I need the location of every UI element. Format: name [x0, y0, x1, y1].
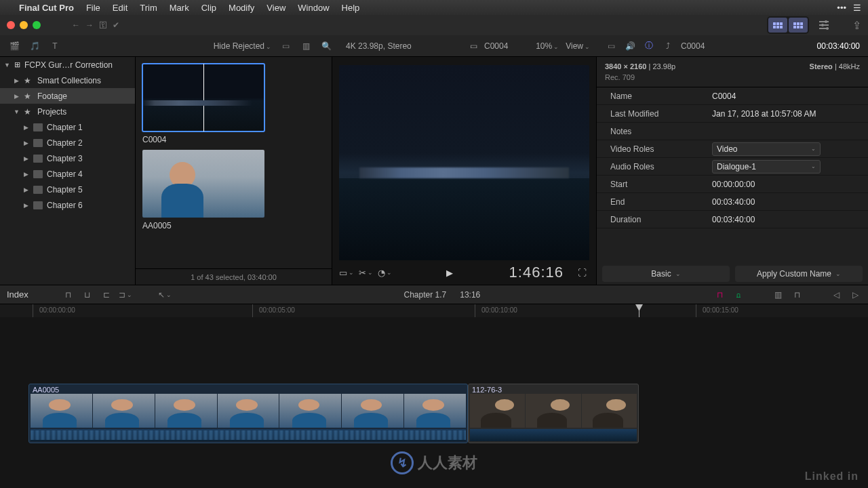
connect-clip-icon[interactable]: ⊓ — [62, 289, 75, 300]
inspector-row: NameC0004 — [597, 87, 868, 105]
play-button[interactable]: ▶ — [446, 268, 453, 278]
sidebar-item[interactable]: ▶Chapter 1 — [0, 119, 135, 135]
sidebar-item[interactable]: ▼★Projects — [0, 104, 135, 119]
audio-waveform — [470, 429, 637, 441]
inspector-value[interactable]: C0004 — [712, 92, 736, 101]
browser-status: 1 of 43 selected, 03:40:00 — [136, 268, 332, 285]
inspector-row: Last ModifiedJan 17, 2018 at 10:57:08 AM — [597, 105, 868, 123]
menu-edit[interactable]: Edit — [113, 3, 127, 13]
clip-label: 112-76-3 — [472, 386, 502, 394]
menu-window[interactable]: Window — [298, 3, 329, 13]
sidebar-item[interactable]: ▶Chapter 5 — [0, 182, 135, 197]
view-dropdown[interactable]: View⌄ — [566, 41, 590, 51]
ruler-tick: 00:00:15:00 — [703, 306, 738, 314]
solo-icon[interactable]: ▥ — [772, 289, 784, 300]
retime-dropdown[interactable]: ✂⌄ — [359, 266, 372, 279]
footer-logo: Linked in — [805, 470, 859, 483]
timeline-ruler[interactable]: 00:00:00:0000:00:05:0000:00:10:0000:00:1… — [0, 304, 868, 317]
close-window-button[interactable] — [7, 21, 15, 29]
menu-view[interactable]: View — [267, 3, 285, 13]
inspector-toggle-button[interactable] — [814, 18, 833, 33]
photos-tab-icon[interactable]: 🎵 — [28, 40, 41, 52]
skimming-icon[interactable]: ⊓ — [713, 289, 726, 300]
inspector-select[interactable]: Video⌄ — [712, 142, 821, 156]
filter-dropdown[interactable]: Hide Rejected⌄ — [214, 41, 271, 51]
inspector-select[interactable]: Dialogue-1⌄ — [712, 160, 821, 174]
inspector-share-icon[interactable]: ⤴ — [662, 40, 674, 52]
apply-custom-name-dropdown[interactable]: Apply Custom Name⌄ — [735, 266, 863, 282]
inspector-panel: 3840 × 2160 | 23.98p Stereo | 48kHz Rec.… — [597, 57, 868, 285]
project-name: Chapter 1.7 — [404, 290, 447, 300]
menu-modify[interactable]: Modify — [229, 3, 254, 13]
tool-select-dropdown[interactable]: ↖⌄ — [159, 289, 171, 300]
share-button[interactable]: ⇪ — [852, 19, 861, 32]
inspector-clip-duration: 00:03:40:00 — [817, 41, 860, 51]
sidebar-item[interactable]: ▶★Footage — [0, 88, 135, 104]
clip-appearance-icon[interactable]: ▭ — [279, 40, 292, 52]
titles-tab-icon[interactable]: T — [49, 40, 61, 52]
group-icon[interactable]: ▥ — [300, 40, 312, 52]
viewer-clip-icon: ▭ — [470, 41, 477, 51]
viewer-format-label: 4K 23.98p, Stereo — [346, 41, 412, 51]
inspector-row: Audio RolesDialogue-1⌄ — [597, 158, 868, 176]
sidebar-item-label: Smart Collections — [37, 76, 101, 85]
append-clip-icon[interactable]: ⊏ — [100, 289, 113, 300]
search-icon[interactable]: 🔍 — [320, 40, 332, 52]
overwrite-clip-icon[interactable]: ⊐⌄ — [119, 289, 132, 300]
menu-mark[interactable]: Mark — [170, 3, 189, 13]
sidebar-item[interactable]: ▶Chapter 2 — [0, 135, 135, 150]
library-tab-icon[interactable]: 🎬 — [8, 40, 20, 52]
browser-clip[interactable]: AA0005 — [142, 150, 264, 230]
clip-name: AA0005 — [142, 221, 264, 230]
back-button[interactable]: ← — [72, 20, 80, 30]
minimize-window-button[interactable] — [20, 21, 28, 29]
snapping-icon[interactable]: ⊓ — [791, 289, 803, 300]
zoom-dropdown[interactable]: 10%⌄ — [536, 41, 559, 51]
sidebar-item[interactable]: ▶Chapter 3 — [0, 150, 135, 166]
inspector-value: 00:00:00:00 — [712, 180, 755, 189]
inspector-row: Start00:00:00:00 — [597, 176, 868, 193]
menubar-list-icon[interactable]: ☰ — [853, 3, 861, 13]
enhance-dropdown[interactable]: ◔⌄ — [378, 266, 391, 279]
menubar: Final Cut Pro File Edit Trim Mark Clip M… — [0, 0, 868, 15]
inspector-header: 3840 × 2160 | 23.98p Stereo | 48kHz Rec.… — [597, 57, 868, 87]
timeline-history-back-icon[interactable]: ◁ — [830, 289, 842, 300]
toolbar: 🎬 🎵 T Hide Rejected⌄ ▭ ▥ 🔍 4K 23.98p, St… — [0, 35, 868, 57]
fullscreen-window-button[interactable] — [33, 21, 41, 29]
app-name[interactable]: Final Cut Pro — [19, 3, 74, 13]
timeline-history-fwd-icon[interactable]: ▷ — [849, 289, 861, 300]
insert-clip-icon[interactable]: ⊔ — [81, 289, 94, 300]
browser-clip[interactable]: C0004 — [142, 64, 264, 144]
workspace-gallery-button[interactable] — [768, 18, 787, 33]
forward-button[interactable]: → — [85, 20, 94, 30]
checkmark-icon[interactable]: ✔ — [113, 20, 119, 30]
metadata-view-dropdown[interactable]: Basic⌄ — [602, 266, 730, 282]
index-button[interactable]: Index — [7, 289, 28, 300]
timeline-clip[interactable]: AA0005 — [28, 384, 468, 443]
library-sidebar: ▼ ⊞ FCPX Gur…r Correction ▶★Smart Collec… — [0, 57, 136, 285]
inspector-audio-icon[interactable]: 🔊 — [624, 40, 636, 52]
fullscreen-icon[interactable]: ⛶ — [576, 266, 588, 279]
menu-file[interactable]: File — [86, 3, 100, 13]
menu-trim[interactable]: Trim — [140, 3, 157, 13]
menu-help[interactable]: Help — [342, 3, 360, 13]
audio-skimming-icon[interactable]: ⩍ — [732, 289, 745, 300]
menu-clip[interactable]: Clip — [201, 3, 216, 13]
sidebar-item[interactable]: ▶Chapter 4 — [0, 166, 135, 182]
library-root[interactable]: ▼ ⊞ FCPX Gur…r Correction — [0, 57, 135, 73]
transform-dropdown[interactable]: ▭⌄ — [340, 266, 353, 279]
sidebar-item-label: Chapter 5 — [47, 185, 83, 195]
sidebar-item[interactable]: ▶★Smart Collections — [0, 73, 135, 88]
timeline-clip[interactable]: 112-76-3 — [468, 384, 639, 443]
inspector-info-icon[interactable]: ⓘ — [643, 40, 655, 52]
viewer-timecode: 1:46:16 — [509, 264, 564, 281]
menubar-dots-icon[interactable]: ••• — [837, 3, 846, 13]
inspector-key: Start — [597, 180, 705, 189]
sidebar-item[interactable]: ▶Chapter 6 — [0, 197, 135, 213]
workspace-switcher — [767, 16, 809, 34]
workspace-timeline-button[interactable] — [789, 18, 808, 33]
viewer-canvas[interactable] — [339, 65, 589, 260]
key-icon[interactable]: ⚿ — [99, 20, 107, 30]
inspector-video-icon[interactable]: ▭ — [605, 40, 617, 52]
inspector-value: Jan 17, 2018 at 10:57:08 AM — [712, 109, 816, 119]
